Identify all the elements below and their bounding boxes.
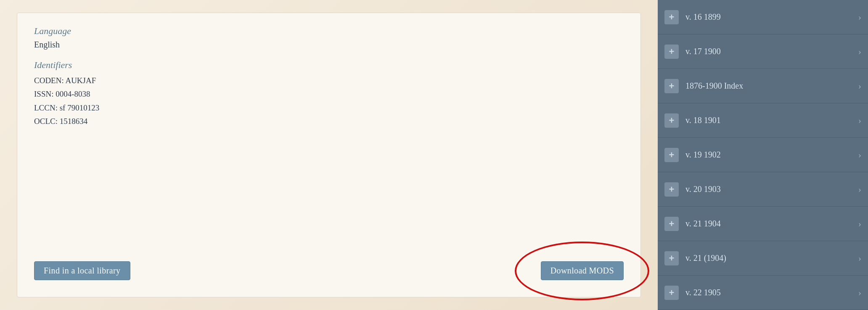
sidebar-item[interactable]: +v. 19 1902›: [658, 138, 868, 172]
plus-icon: +: [664, 217, 679, 231]
identifier-item: ISSN: 0004-8038: [34, 87, 624, 101]
sidebar-item[interactable]: +v. 22 1905›: [658, 276, 868, 310]
identifiers-list: CODEN: AUKJAFISSN: 0004-8038LCCN: sf 790…: [34, 74, 624, 128]
sidebar-item-label: v. 21 1904: [685, 219, 855, 229]
plus-icon: +: [664, 286, 679, 300]
sidebar-item-label: v. 18 1901: [685, 116, 855, 125]
sidebar-item[interactable]: +v. 18 1901›: [658, 103, 868, 138]
plus-icon: +: [664, 79, 679, 93]
identifier-item: OCLC: 1518634: [34, 115, 624, 128]
sidebar-item[interactable]: +v. 17 1900›: [658, 34, 868, 69]
sidebar-item-label: v. 16 1899: [685, 12, 855, 22]
plus-icon: +: [664, 148, 679, 162]
sidebar-item-label: v. 20 1903: [685, 184, 855, 194]
content-box: Language English Identifiers CODEN: AUKJ…: [17, 13, 641, 297]
chevron-right-icon: ›: [858, 150, 861, 160]
chevron-right-icon: ›: [858, 287, 861, 298]
download-wrapper: Download MODS: [541, 261, 624, 280]
chevron-right-icon: ›: [858, 46, 861, 57]
button-row: Find in a local library Download MODS: [34, 261, 624, 280]
chevron-right-icon: ›: [858, 115, 861, 126]
plus-icon: +: [664, 251, 679, 265]
sidebar-item[interactable]: +1876-1900 Index›: [658, 69, 868, 103]
sidebar-item-label: 1876-1900 Index: [685, 81, 855, 91]
plus-icon: +: [664, 182, 679, 197]
sidebar-item-label: v. 19 1902: [685, 150, 855, 160]
identifiers-label: Identifiers: [34, 60, 624, 71]
chevron-right-icon: ›: [858, 12, 861, 23]
plus-icon: +: [664, 10, 679, 24]
sidebar-item-label: v. 21 (1904): [685, 253, 855, 263]
chevron-right-icon: ›: [858, 218, 861, 229]
plus-icon: +: [664, 113, 679, 128]
sidebar-item-label: v. 22 1905: [685, 288, 855, 297]
chevron-right-icon: ›: [858, 184, 861, 195]
sidebar-item[interactable]: +v. 21 (1904)›: [658, 241, 868, 276]
sidebar-item[interactable]: +v. 21 1904›: [658, 207, 868, 241]
sidebar-item-label: v. 17 1900: [685, 47, 855, 56]
right-sidebar: +v. 16 1899›+v. 17 1900›+1876-1900 Index…: [658, 0, 868, 310]
sidebar-item[interactable]: +v. 20 1903›: [658, 172, 868, 207]
sidebar-item[interactable]: +v. 16 1899›: [658, 0, 868, 34]
find-library-button[interactable]: Find in a local library: [34, 261, 130, 280]
plus-icon: +: [664, 45, 679, 59]
language-value: English: [34, 40, 624, 50]
language-label: Language: [34, 26, 624, 37]
chevron-right-icon: ›: [858, 81, 861, 92]
left-panel: Language English Identifiers CODEN: AUKJ…: [0, 0, 658, 310]
identifier-item: CODEN: AUKJAF: [34, 74, 624, 87]
download-mods-button[interactable]: Download MODS: [541, 261, 624, 280]
identifier-item: LCCN: sf 79010123: [34, 101, 624, 115]
chevron-right-icon: ›: [858, 253, 861, 264]
